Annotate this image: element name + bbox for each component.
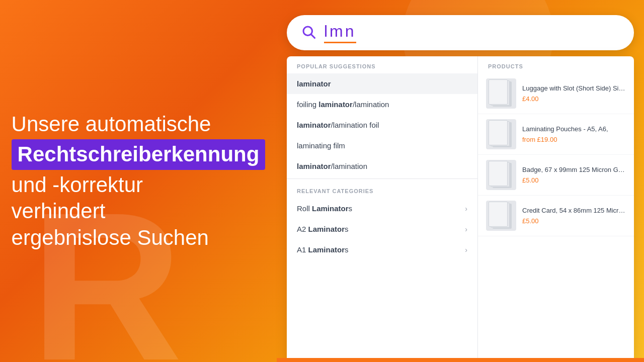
suggestion-bold: laminator xyxy=(297,162,331,170)
product-image xyxy=(486,160,516,190)
suggestion-bold: laminator xyxy=(297,121,331,129)
suggestion-item[interactable]: laminator xyxy=(287,73,477,94)
category-item[interactable]: A2 Laminators › xyxy=(287,219,477,239)
search-input-value[interactable]: lmn xyxy=(324,22,356,43)
product-info: Laminating Pouches - A5, A6, from £19.00 xyxy=(522,125,626,143)
category-bold: Laminator xyxy=(312,204,349,213)
headline-line2: und -korrektur xyxy=(12,173,143,197)
products-col: PRODUCTS Luggage with Slot (Short Side) … xyxy=(478,56,634,362)
product-info: Credit Card, 54 x 86mm 125 Micron Gloss,… xyxy=(522,207,626,225)
category-text: A1 Laminators xyxy=(297,245,349,254)
suggestion-text-before: foiling xyxy=(297,100,318,109)
right-panel: lmn POPULAR SUGGESTIONS laminator foilin… xyxy=(277,0,644,362)
product-price: £4.00 xyxy=(522,95,626,103)
product-price: £5.00 xyxy=(522,217,626,225)
headline: Unsere automatische Rechtschreiberkennun… xyxy=(12,111,266,251)
relevant-categories-label: RELEVANT CATEGORIES xyxy=(287,181,477,198)
product-name: Luggage with Slot (Short Side) Side (250… xyxy=(522,84,626,93)
suggestion-bold: laminator xyxy=(318,100,353,109)
suggestions-col: POPULAR SUGGESTIONS laminator foiling la… xyxy=(287,56,478,362)
product-name: Badge, 67 x 99mm 125 Micron Gloss, Pk 10… xyxy=(522,166,626,174)
search-bar[interactable]: lmn xyxy=(287,15,634,50)
headline-line1: Unsere automatische xyxy=(12,112,211,136)
product-img-inner xyxy=(486,78,516,109)
suggestion-text-after: /lamination foil xyxy=(331,121,379,129)
suggestion-item[interactable]: foiling laminator/lamination xyxy=(287,94,477,115)
headline-line3: verhindert xyxy=(12,199,106,223)
product-name: Credit Card, 54 x 86mm 125 Micron Gloss,… xyxy=(522,207,626,215)
headline-line4: ergebnislose Suchen xyxy=(12,226,209,249)
chevron-right-icon: › xyxy=(465,246,467,254)
product-price: £5.00 xyxy=(522,176,626,184)
product-image xyxy=(486,78,516,109)
category-item[interactable]: Roll Laminators › xyxy=(287,198,477,219)
search-svg xyxy=(301,24,316,39)
suggestion-text-after: /lamination xyxy=(331,162,368,170)
suggestion-item[interactable]: laminating film xyxy=(287,135,477,156)
product-image xyxy=(486,119,516,149)
headline-highlight: Rechtschreiberkennung xyxy=(12,139,266,170)
product-img-inner xyxy=(486,160,516,190)
category-text: Roll Laminators xyxy=(297,204,352,213)
chevron-right-icon: › xyxy=(465,205,467,213)
category-item[interactable]: A1 Laminators › xyxy=(287,239,477,260)
products-label: PRODUCTS xyxy=(478,56,634,73)
product-name: Laminating Pouches - A5, A6, xyxy=(522,125,626,134)
suggestion-item[interactable]: laminator/lamination xyxy=(287,156,477,176)
product-price: from £19.00 xyxy=(522,136,626,143)
search-icon xyxy=(301,24,316,41)
category-bold: Laminator xyxy=(308,225,345,233)
product-item[interactable]: Badge, 67 x 99mm 125 Micron Gloss, Pk 10… xyxy=(478,155,634,196)
product-img-stack xyxy=(488,79,515,108)
category-text: A2 Laminators xyxy=(297,225,349,233)
product-item[interactable]: Credit Card, 54 x 86mm 125 Micron Gloss,… xyxy=(478,196,634,236)
category-bold: Laminator xyxy=(308,245,345,254)
product-img-inner xyxy=(486,119,516,149)
chevron-right-icon: › xyxy=(465,225,467,233)
product-info: Luggage with Slot (Short Side) Side (250… xyxy=(522,84,626,103)
suggestion-text-after: /lamination xyxy=(353,100,389,109)
left-content: Unsere automatische Rechtschreiberkennun… xyxy=(12,111,266,251)
product-info: Badge, 67 x 99mm 125 Micron Gloss, Pk 10… xyxy=(522,166,626,184)
suggestion-text-plain: laminating film xyxy=(297,141,345,150)
orange-bottom-bar xyxy=(277,358,644,362)
product-item[interactable]: Laminating Pouches - A5, A6, from £19.00 xyxy=(478,114,634,155)
divider xyxy=(287,178,477,179)
svg-line-1 xyxy=(311,35,315,38)
product-image xyxy=(486,201,516,231)
dropdown: POPULAR SUGGESTIONS laminator foiling la… xyxy=(287,56,634,362)
suggestion-item[interactable]: laminator/lamination foil xyxy=(287,115,477,135)
popular-suggestions-label: POPULAR SUGGESTIONS xyxy=(287,56,477,73)
product-item[interactable]: Luggage with Slot (Short Side) Side (250… xyxy=(478,73,634,114)
suggestion-bold: laminator xyxy=(297,79,331,88)
left-panel: Unsere automatische Rechtschreiberkennun… xyxy=(0,0,277,362)
product-img-inner xyxy=(486,201,516,231)
